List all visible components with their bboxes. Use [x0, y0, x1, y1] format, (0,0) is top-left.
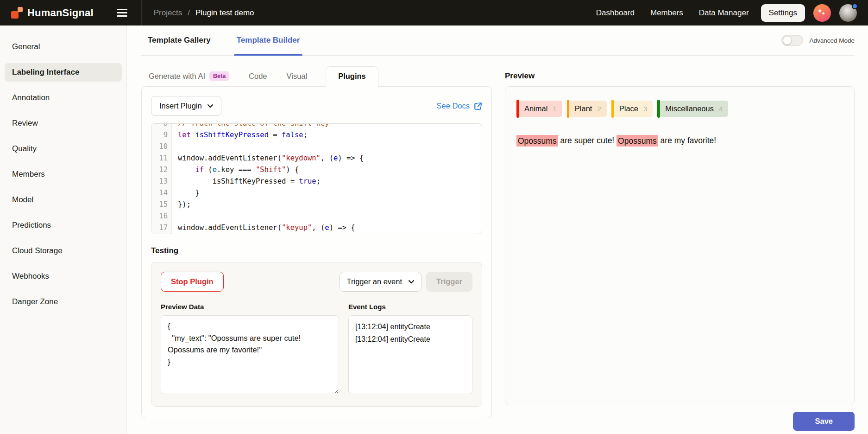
preview-column: Preview Animal1Plant2Place3Miscellaneous…: [505, 66, 855, 431]
user-avatar[interactable]: [839, 4, 857, 22]
code-text: }: [172, 187, 200, 199]
sidebar-item-predictions[interactable]: Predictions: [5, 216, 122, 235]
code-text: window.addEventListener("keyup", (e) => …: [172, 222, 355, 234]
main-content: Template GalleryTemplate Builder Advance…: [127, 26, 868, 434]
code-text: // Track the state of the Shift key: [172, 123, 329, 129]
sidebar-item-annotation[interactable]: Annotation: [5, 89, 122, 107]
insert-plugin-dropdown[interactable]: Insert Plugin: [151, 96, 221, 116]
sidebar-item-webhooks[interactable]: Webhooks: [5, 267, 122, 286]
code-text: window.addEventListener("keydown", (e) =…: [172, 153, 364, 164]
nav-link-members[interactable]: Members: [650, 8, 683, 18]
label-chip-plant[interactable]: Plant2: [567, 101, 607, 117]
editor-toolbar: Insert Plugin See Docs: [151, 96, 482, 116]
line-number: 17: [151, 222, 172, 234]
chip-label: Miscellaneous: [665, 104, 714, 113]
code-editor[interactable]: 8// Track the state of the Shift key9let…: [151, 123, 482, 234]
advanced-mode-toggle[interactable]: [781, 35, 803, 46]
sidebar-item-model[interactable]: Model: [5, 191, 122, 209]
trigger-group: Trigger an event Trigger: [340, 272, 472, 292]
stop-plugin-button[interactable]: Stop Plugin: [161, 272, 224, 292]
code-line: 12 if (e.key === "Shift") {: [151, 164, 482, 176]
subtab-plugins[interactable]: Plugins: [326, 66, 378, 87]
advanced-mode-control: Advanced Mode: [781, 26, 855, 55]
chip-hotkey: 4: [719, 105, 723, 113]
chip-hotkey: 1: [553, 105, 556, 113]
text-segment-highlighted[interactable]: Opossums: [616, 135, 658, 147]
subtab-visual[interactable]: Visual: [286, 67, 308, 86]
code-text: let isShiftKeyPressed = false;: [172, 129, 308, 141]
text-segment: are super cute!: [558, 136, 616, 145]
chevron-down-icon: [208, 104, 213, 108]
label-chip-animal[interactable]: Animal1: [516, 101, 562, 117]
line-number: 13: [151, 176, 172, 187]
chip-color-bar: [657, 100, 660, 118]
subtab-code[interactable]: Code: [248, 67, 268, 86]
preview-heading: Preview: [505, 66, 855, 86]
code-line: 17window.addEventListener("keyup", (e) =…: [151, 222, 482, 234]
see-docs-link[interactable]: See Docs: [436, 102, 482, 110]
nav-link-dashboard[interactable]: Dashboard: [596, 8, 635, 18]
event-logs-label: Event Logs: [348, 303, 472, 311]
tab-template-gallery[interactable]: Template Gallery: [148, 26, 211, 55]
label-chip-place[interactable]: Place3: [611, 101, 653, 117]
settings-button[interactable]: Settings: [761, 4, 805, 22]
breadcrumb-current-page: Plugin test demo: [195, 8, 254, 18]
sidebar-item-review[interactable]: Review: [5, 114, 122, 133]
nav-link-data-manager[interactable]: Data Manager: [699, 8, 749, 18]
notification-badge: [852, 3, 858, 9]
save-button[interactable]: Save: [793, 412, 855, 431]
preview-data-textarea[interactable]: [161, 315, 339, 394]
breadcrumb-separator: /: [188, 8, 190, 18]
preview-data-label: Preview Data: [161, 303, 339, 311]
code-text: [172, 211, 182, 222]
sidebar-item-general[interactable]: General: [5, 38, 122, 56]
testing-panel: Stop Plugin Trigger an event Trigger: [151, 262, 482, 407]
beta-badge: Beta: [209, 71, 229, 81]
chip-color-bar: [567, 100, 570, 118]
ai-assistant-button[interactable]: ✦ ✦: [813, 4, 831, 22]
plugin-editor-column: Generate with AIBetaCodeVisualPlugins In…: [141, 66, 492, 431]
sidebar-item-labeling-interface[interactable]: Labeling Interface: [5, 63, 122, 82]
event-logs-box: [13:12:04] entityCreate[13:12:04] entity…: [348, 315, 472, 394]
hamburger-menu-icon[interactable]: [115, 6, 129, 19]
chip-hotkey: 2: [597, 105, 601, 113]
sidebar-item-quality[interactable]: Quality: [5, 140, 122, 158]
preview-data-section: Preview Data: [161, 303, 339, 396]
line-number: 14: [151, 187, 172, 199]
trigger-event-dropdown[interactable]: Trigger an event: [340, 272, 422, 292]
line-number: 8: [151, 123, 172, 129]
text-segment-highlighted[interactable]: Opossums: [516, 135, 558, 147]
sidebar-item-members[interactable]: Members: [5, 165, 122, 184]
sparkle-icon-small: ✦: [821, 11, 825, 17]
label-chip-miscellaneous[interactable]: Miscellaneous4: [657, 101, 728, 117]
chip-color-bar: [611, 100, 614, 118]
event-log-entry: [13:12:04] entityCreate: [355, 320, 465, 333]
testing-controls: Stop Plugin Trigger an event Trigger: [161, 272, 472, 292]
label-chips-row: Animal1Plant2Place3Miscellaneous4: [516, 101, 843, 117]
line-number: 12: [151, 164, 172, 176]
code-line: 16: [151, 211, 482, 222]
subtab-label: Plugins: [338, 72, 366, 81]
subtab-generate-with-ai[interactable]: Generate with AIBeta: [148, 67, 230, 86]
line-number: 15: [151, 199, 172, 211]
brand-logo[interactable]: HumanSignal: [11, 7, 94, 19]
annotated-text: Opossums are super cute! Opossums are my…: [516, 134, 843, 147]
event-log-entry: [13:12:04] entityCreate: [355, 333, 465, 345]
tab-template-builder[interactable]: Template Builder: [237, 26, 300, 55]
code-line: 9let isShiftKeyPressed = false;: [151, 129, 482, 141]
event-logs-section: Event Logs [13:12:04] entityCreate[13:12…: [348, 303, 472, 396]
line-number: 11: [151, 153, 172, 164]
line-number: 10: [151, 141, 172, 153]
code-text: isShiftKeyPressed = true;: [172, 176, 321, 187]
sidebar-item-cloud-storage[interactable]: Cloud Storage: [5, 242, 122, 260]
trigger-button[interactable]: Trigger: [426, 272, 472, 292]
subtab-label: Code: [249, 72, 267, 81]
plugins-panel: Insert Plugin See Docs: [141, 86, 492, 418]
sidebar-item-danger-zone[interactable]: Danger Zone: [5, 293, 122, 311]
settings-sidebar: GeneralLabeling InterfaceAnnotationRevie…: [0, 26, 127, 434]
code-text: });: [172, 199, 191, 211]
code-line: 10: [151, 141, 482, 153]
breadcrumb-projects[interactable]: Projects: [154, 8, 182, 18]
preview-panel: Animal1Plant2Place3Miscellaneous4 Opossu…: [505, 86, 855, 405]
topbar-nav: DashboardMembersData Manager Settings ✦ …: [580, 4, 857, 22]
